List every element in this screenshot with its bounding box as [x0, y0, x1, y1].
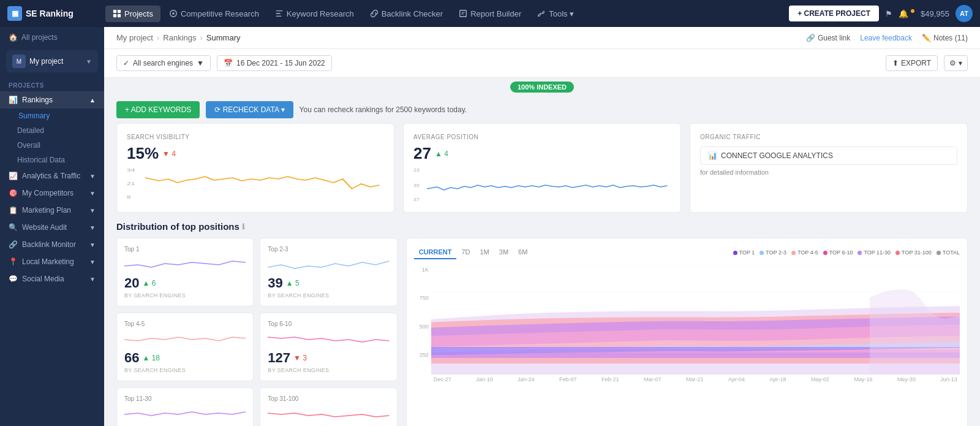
x-label-dec27: Dec-27 — [434, 376, 451, 382]
nav-item-backlink-checker[interactable]: Backlink Checker — [363, 6, 450, 22]
svg-text:8: 8 — [127, 194, 131, 200]
svg-text:23: 23 — [413, 167, 420, 172]
distribution-info-icon: ℹ — [242, 223, 245, 231]
nav-item-projects[interactable]: Projects — [105, 6, 160, 22]
legend-dot-top11-30 — [858, 251, 862, 255]
svg-text:34: 34 — [127, 167, 135, 173]
leave-feedback-button[interactable]: Leave feedback — [860, 34, 912, 42]
y-label-250: 250 — [414, 352, 429, 358]
nav-flag[interactable]: ⚑ — [885, 9, 892, 18]
legend-dot-top1 — [733, 251, 737, 255]
nav-item-report-builder[interactable]: Report Builder — [451, 6, 529, 22]
x-label-apr04: Apr-04 — [728, 376, 745, 382]
legend-top1: TOP 1 — [733, 249, 755, 256]
top1-delta: ▲ 6 — [142, 279, 156, 287]
nav-item-keyword-research[interactable]: Keyword Research — [268, 6, 361, 22]
settings-button[interactable]: ⚙ ▾ — [944, 55, 968, 71]
distribution-title: Distribution of top positions ℹ — [116, 221, 968, 232]
nav-notifications[interactable]: 🔔 — [899, 9, 914, 18]
legend-top4-5: TOP 4-5 — [791, 249, 818, 256]
recheck-data-button[interactable]: ⟳ RECHECK DATA ▾ — [206, 101, 293, 118]
index-badge-container: 100% INDEXED — [104, 78, 980, 96]
main-content: My project › Rankings › Summary 🔗 Guest … — [104, 27, 980, 426]
x-label-jan24: Jan-24 — [518, 376, 535, 382]
export-button[interactable]: ⬆ EXPORT — [886, 55, 938, 71]
stats-row: SEARCH VISIBILITY 15% ▼ 4 34 21 8 AVERAG… — [104, 123, 980, 221]
sidebar-item-backlink-monitor[interactable]: 🔗 Backlink Monitor ▼ — [0, 236, 104, 253]
guest-link-button[interactable]: 🔗 Guest link — [806, 34, 850, 42]
top6-10-delta: ▼ 3 — [293, 354, 307, 362]
rankings-arrow: ▲ — [89, 97, 96, 104]
top2-3-label: Top 2-3 — [268, 246, 389, 253]
sidebar-sub-item-overall[interactable]: Overall — [0, 138, 104, 153]
all-projects-link[interactable]: 🏠 All projects — [0, 27, 104, 48]
sidebar-item-website-audit[interactable]: 🔍 Website Audit ▼ — [0, 219, 104, 236]
chart-tab-7d[interactable]: 7D — [456, 246, 475, 259]
brand-logo[interactable]: ▦ SE Ranking — [7, 6, 105, 21]
average-position-value-row: 27 ▲ 4 — [413, 144, 671, 163]
project-selector[interactable]: M My project ▼ — [6, 50, 98, 72]
sidebar-sub-item-summary[interactable]: Summary — [0, 108, 104, 123]
sidebar: 🏠 All projects M My project ▼ PROJECTS 📊… — [0, 27, 104, 426]
x-label-mar21: Mar-21 — [686, 376, 704, 382]
indexed-badge: 100% INDEXED — [510, 82, 574, 93]
sidebar-item-rankings[interactable]: 📊 Rankings ▲ — [0, 91, 104, 108]
top-navigation: ▦ SE Ranking Projects Competitive Resear… — [0, 0, 980, 27]
dist-card-top11-30: Top 11-30 115 ▲ 8 BY SEARCH ENGINES — [116, 387, 254, 426]
top4-5-delta: ▲ 18 — [142, 354, 160, 362]
top1-value-row: 20 ▲ 6 — [124, 275, 246, 291]
date-range-filter[interactable]: 📅 16 Dec 2021 - 15 Jun 2022 — [217, 55, 332, 71]
dist-card-top4-5: Top 4-5 66 ▲ 18 BY SEARCH ENGINES — [116, 313, 254, 381]
sidebar-sub-item-historical-data[interactable]: Historical Data — [0, 153, 104, 167]
svg-rect-0 — [113, 10, 116, 13]
x-label-may30: May-30 — [897, 376, 916, 382]
breadcrumb-rankings[interactable]: Rankings — [163, 33, 196, 42]
average-position-delta: ▲ 4 — [435, 150, 448, 158]
sidebar-item-social-media[interactable]: 💬 Social Media ▼ — [0, 270, 104, 287]
top1-label: Top 1 — [124, 246, 246, 253]
chart-tab-6m[interactable]: 6M — [513, 246, 532, 259]
average-position-chart: 23 30 37 — [413, 165, 671, 202]
sidebar-item-my-competitors[interactable]: 🎯 My Competitors ▼ — [0, 184, 104, 202]
svg-text:21: 21 — [127, 181, 135, 186]
notes-button[interactable]: ✏️ Notes (11) — [922, 34, 968, 42]
chart-svg-container: Dec-27 Jan-10 Jan-24 Feb-07 Feb-21 Mar-0… — [431, 264, 960, 382]
chart-tab-3m[interactable]: 3M — [494, 246, 513, 259]
connect-google-analytics-button[interactable]: 📊 CONNECT GOOGLE ANALYTICS — [700, 146, 957, 165]
organic-traffic-info: for detailed information — [700, 169, 957, 176]
breadcrumb-sep-1: › — [157, 33, 159, 42]
svg-rect-2 — [113, 14, 116, 17]
search-visibility-card: SEARCH VISIBILITY 15% ▼ 4 34 21 8 — [116, 123, 394, 213]
nav-item-competitive-research[interactable]: Competitive Research — [162, 6, 266, 22]
actions-bar: + ADD KEYWORDS ⟳ RECHECK DATA ▾ You can … — [104, 96, 980, 123]
legend-dot-top2-3 — [760, 251, 764, 255]
sidebar-section-label: PROJECTS — [0, 75, 104, 91]
nav-items: Projects Competitive Research Keyword Re… — [105, 6, 789, 22]
chart-tab-1m[interactable]: 1M — [475, 246, 494, 259]
sidebar-item-marketing-plan[interactable]: 📋 Marketing Plan ▼ — [0, 202, 104, 219]
breadcrumb-right: 🔗 Guest link Leave feedback ✏️ Notes (11… — [806, 34, 968, 42]
nav-price: $49,955 — [921, 9, 949, 18]
big-chart-tabs: CURRENT 7D 1M 3M 6M TOP 1 TO — [414, 246, 960, 259]
legend-top31-100: TOP 31-100 — [895, 249, 932, 256]
project-icon: M — [12, 55, 26, 68]
user-avatar[interactable]: AT — [956, 5, 973, 22]
search-engines-filter[interactable]: ✓ All search engines ▼ — [116, 55, 211, 71]
top1-sub: BY SEARCH ENGINES — [124, 292, 246, 299]
sidebar-item-analytics-traffic[interactable]: 📈 Analytics & Traffic ▼ — [0, 167, 104, 184]
average-position-card: AVERAGE POSITION 27 ▲ 4 23 30 37 — [403, 123, 681, 213]
add-keywords-button[interactable]: + ADD KEYWORDS — [116, 101, 200, 118]
distribution-section: Distribution of top positions ℹ Top 1 — [104, 221, 980, 426]
dist-card-top1: Top 1 20 ▲ 6 BY SEARCH ENGINES — [116, 238, 254, 306]
sidebar-item-local-marketing[interactable]: 📍 Local Marketing ▼ — [0, 253, 104, 270]
breadcrumb-project[interactable]: My project — [116, 33, 153, 42]
analytics-arrow: ▼ — [89, 173, 96, 180]
chart-with-yaxis: 1K 750 500 250 — [414, 264, 960, 382]
chart-tab-current[interactable]: CURRENT — [414, 246, 457, 259]
sidebar-sub-item-detailed[interactable]: Detailed — [0, 123, 104, 138]
x-label-apr18: Apr-18 — [769, 376, 786, 382]
create-project-button[interactable]: + CREATE PROJECT — [789, 6, 879, 21]
nav-item-tools[interactable]: Tools ▾ — [530, 6, 581, 22]
brand-name: SE Ranking — [26, 9, 74, 18]
average-position-label: AVERAGE POSITION — [413, 134, 671, 140]
